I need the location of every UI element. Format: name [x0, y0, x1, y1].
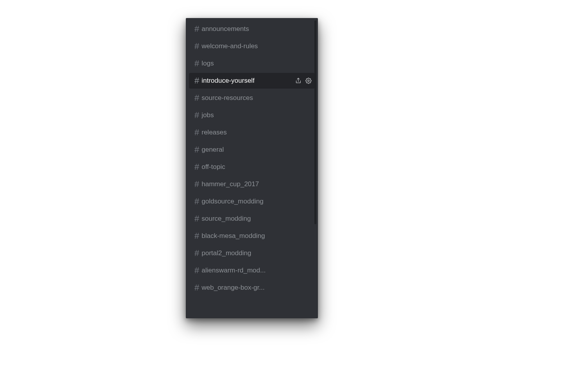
channel-name: off-topic — [201, 163, 225, 171]
hash-icon: # — [194, 111, 199, 120]
channel-name: jobs — [201, 111, 214, 119]
channel-item[interactable]: # portal2_modding — [189, 245, 315, 261]
channel-item[interactable]: # general — [189, 142, 315, 158]
channel-name: general — [201, 146, 224, 154]
channel-actions — [292, 78, 312, 84]
scrollbar-thumb[interactable] — [314, 20, 316, 224]
hash-icon: # — [194, 283, 199, 292]
channel-item[interactable]: # source-resources — [189, 90, 315, 106]
hash-icon: # — [194, 128, 199, 137]
channel-name: black-mesa_modding — [201, 232, 265, 240]
gear-icon[interactable] — [305, 78, 312, 84]
channel-name: logs — [201, 60, 214, 67]
channel-name: source_modding — [201, 215, 251, 223]
channel-name: hammer_cup_2017 — [201, 180, 259, 188]
hash-icon: # — [194, 42, 199, 51]
channel-name: alienswarm-rd_mod... — [201, 267, 265, 274]
hash-icon: # — [194, 214, 199, 223]
channel-item[interactable]: # off-topic — [189, 159, 315, 175]
hash-icon: # — [194, 163, 199, 171]
channel-item[interactable]: # introduce-yourself — [189, 73, 315, 89]
channel-item[interactable]: # hammer_cup_2017 — [189, 176, 315, 192]
channel-item[interactable]: # black-mesa_modding — [189, 228, 315, 244]
channel-list[interactable]: # announcements # welcome-and-rules — [186, 18, 318, 318]
channel-name: announcements — [201, 25, 249, 33]
hash-icon: # — [194, 266, 199, 275]
hash-icon: # — [194, 145, 199, 154]
channel-name: releases — [201, 129, 227, 136]
hash-icon: # — [194, 59, 199, 68]
channel-name: portal2_modding — [201, 249, 251, 257]
hash-icon: # — [194, 197, 199, 206]
channel-name: web_orange-box-gr... — [201, 284, 265, 292]
hash-icon: # — [194, 25, 199, 33]
hash-icon: # — [194, 94, 199, 102]
hash-icon: # — [194, 76, 199, 85]
channel-item[interactable]: # alienswarm-rd_mod... — [189, 263, 315, 278]
hash-icon: # — [194, 249, 199, 258]
channel-item[interactable]: # releases — [189, 125, 315, 140]
channel-name: source-resources — [201, 94, 253, 102]
channel-item[interactable]: # goldsource_modding — [189, 194, 315, 209]
channel-sidebar: # announcements # welcome-and-rules — [186, 18, 318, 318]
channel-name: introduce-yourself — [201, 77, 254, 85]
channel-item[interactable]: # source_modding — [189, 211, 315, 227]
channel-name: goldsource_modding — [201, 198, 263, 205]
hash-icon: # — [194, 180, 199, 189]
channel-name: welcome-and-rules — [201, 42, 258, 50]
channel-item[interactable]: # announcements — [189, 21, 315, 37]
channel-item[interactable]: # jobs — [189, 107, 315, 123]
hash-icon: # — [194, 232, 199, 240]
channel-item[interactable]: # web_orange-box-gr... — [189, 280, 315, 296]
svg-point-7 — [308, 80, 309, 82]
channel-item[interactable]: # welcome-and-rules — [189, 38, 315, 54]
create-invite-icon[interactable] — [295, 78, 301, 84]
channel-item[interactable]: # logs — [189, 56, 315, 71]
